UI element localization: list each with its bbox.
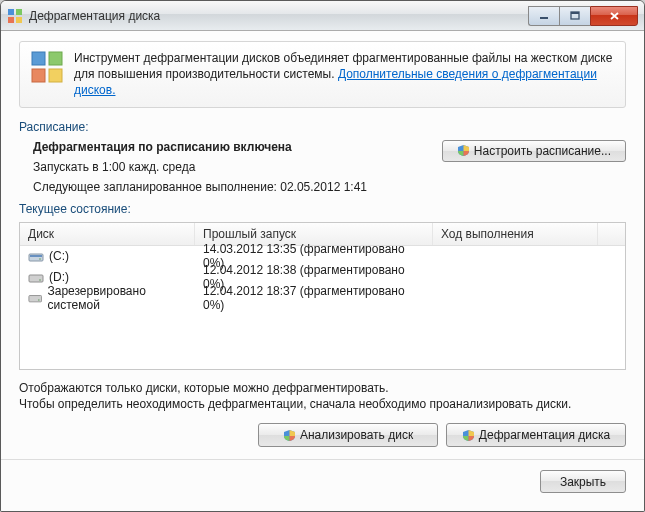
shield-icon (462, 429, 475, 442)
schedule-info: Дефрагментация по расписанию включена За… (19, 140, 367, 200)
svg-rect-12 (30, 255, 42, 257)
hint-text: Отображаются только диски, которые можно… (19, 380, 626, 414)
svg-rect-10 (49, 69, 62, 82)
window-controls (528, 6, 638, 26)
defragment-disk-button[interactable]: Дефрагментация диска (446, 423, 626, 447)
disk-name: (C:) (49, 249, 69, 263)
schedule-row: Дефрагментация по расписанию включена За… (19, 140, 626, 200)
svg-rect-6 (571, 12, 579, 14)
minimize-button[interactable] (528, 6, 559, 26)
disk-table: Диск Прошлый запуск Ход выполнения (C:) … (19, 222, 626, 370)
table-row[interactable]: Зарезервировано системой 12.04.2012 18:3… (20, 288, 625, 309)
hint-line2: Чтобы определить неоходимость дефрагмент… (19, 396, 626, 413)
window-title: Дефрагментация диска (29, 9, 528, 23)
analyze-label: Анализировать диск (300, 428, 413, 442)
svg-rect-9 (32, 69, 45, 82)
schedule-enabled-title: Дефрагментация по расписанию включена (33, 140, 367, 154)
svg-rect-16 (29, 296, 42, 302)
col-progress[interactable]: Ход выполнения (433, 223, 598, 245)
window: Дефрагментация диска (0, 0, 645, 512)
status-section-label: Текущее состояние: (19, 202, 626, 216)
info-text: Инструмент дефрагментации дисков объедин… (74, 50, 615, 99)
schedule-next-run: Следующее запланированное выполнение: 02… (33, 180, 367, 194)
col-disk[interactable]: Диск (20, 223, 195, 245)
table-body: (C:) 14.03.2012 13:35 (фрагментировано 0… (20, 246, 625, 309)
svg-rect-8 (49, 52, 62, 65)
close-icon (609, 11, 620, 21)
disk-name: Зарезервировано системой (47, 284, 187, 312)
action-buttons: Анализировать диск Дефрагментация диска (19, 423, 626, 447)
schedule-run-at: Запускать в 1:00 кажд. среда (33, 160, 367, 174)
svg-rect-14 (29, 275, 43, 282)
svg-rect-3 (16, 17, 22, 23)
content-area: Инструмент дефрагментации дисков объедин… (1, 31, 644, 511)
defrag-info-icon (30, 50, 64, 84)
svg-rect-7 (32, 52, 45, 65)
analyze-disk-button[interactable]: Анализировать диск (258, 423, 438, 447)
svg-point-13 (39, 258, 41, 260)
svg-rect-1 (16, 9, 22, 15)
maximize-button[interactable] (559, 6, 590, 26)
svg-point-17 (38, 299, 39, 300)
svg-rect-0 (8, 9, 14, 15)
defrag-label: Дефрагментация диска (479, 428, 610, 442)
defrag-app-icon (7, 8, 23, 24)
schedule-section-label: Расписание: (19, 120, 626, 134)
footer-buttons: Закрыть (19, 470, 626, 493)
close-button[interactable] (590, 6, 638, 26)
close-dialog-button[interactable]: Закрыть (540, 470, 626, 493)
shield-icon (457, 144, 470, 157)
disk-last-run: 12.04.2012 18:37 (фрагментировано 0%) (195, 282, 433, 314)
col-spacer (598, 223, 625, 245)
svg-point-15 (39, 279, 41, 281)
maximize-icon (570, 11, 580, 21)
svg-rect-4 (540, 17, 548, 19)
divider (1, 459, 644, 460)
svg-rect-2 (8, 17, 14, 23)
shield-icon (283, 429, 296, 442)
drive-icon (28, 249, 44, 263)
titlebar[interactable]: Дефрагментация диска (1, 1, 644, 31)
info-panel: Инструмент дефрагментации дисков объедин… (19, 41, 626, 108)
minimize-icon (539, 11, 549, 21)
hint-line1: Отображаются только диски, которые можно… (19, 380, 626, 397)
configure-schedule-label: Настроить расписание... (474, 144, 611, 158)
close-label: Закрыть (560, 475, 606, 489)
configure-schedule-button[interactable]: Настроить расписание... (442, 140, 626, 162)
drive-icon (28, 291, 42, 305)
